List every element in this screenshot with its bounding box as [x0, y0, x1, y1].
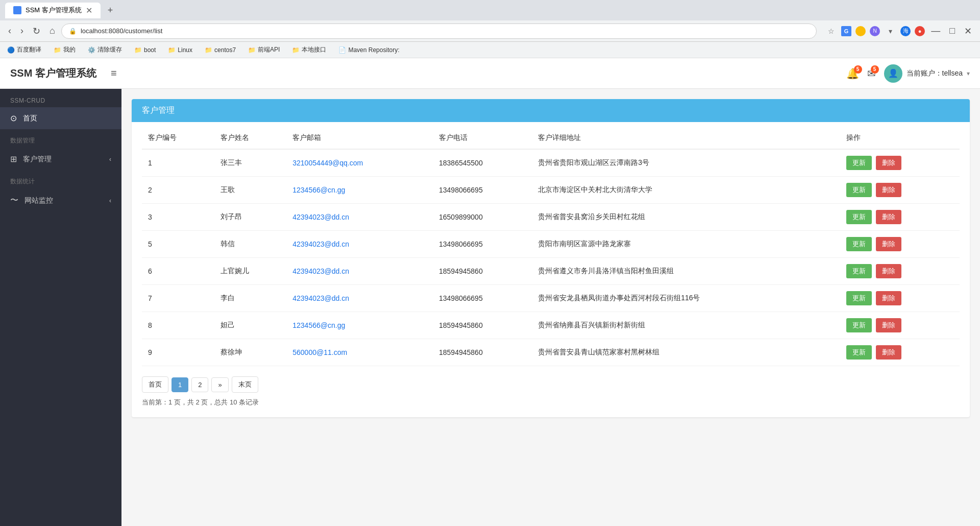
message-button[interactable]: ✉ 5	[867, 67, 876, 80]
email-link[interactable]: 42394023@dd.cn	[292, 294, 349, 302]
page-2-button[interactable]: 2	[191, 377, 208, 392]
delete-button[interactable]: 删除	[876, 291, 901, 305]
email-link[interactable]: 1234566@cn.gg	[292, 186, 345, 194]
table-row: 5 韩信 42394023@dd.cn 13498066695 贵阳市南明区富源…	[142, 231, 960, 258]
google-icon[interactable]: G	[841, 26, 851, 36]
bookmark-local-label: 本地接口	[302, 45, 326, 54]
purple-icon[interactable]: N	[870, 26, 880, 36]
delete-button[interactable]: 删除	[876, 156, 901, 170]
maximize-button[interactable]: □	[946, 23, 958, 38]
update-button[interactable]: 更新	[846, 264, 872, 278]
customer-table: 客户编号 客户姓名 客户邮箱 客户电话 客户详细地址 操作 1 张三丰 3210…	[142, 127, 960, 366]
cell-phone: 16509899000	[433, 204, 532, 231]
forward-button[interactable]: ›	[17, 23, 27, 38]
app-header: SSM 客户管理系统 ≡ 🔔 5 ✉ 5 👤 当前账户：tellsea ▾	[0, 58, 980, 89]
cell-address: 北京市海淀区中关村北大街清华大学	[532, 177, 840, 204]
tab-close-btn[interactable]: ✕	[86, 6, 92, 15]
bookmark-boot[interactable]: 📁 boot	[132, 45, 158, 55]
delete-button[interactable]: 删除	[876, 210, 901, 224]
update-button[interactable]: 更新	[846, 210, 872, 224]
sidebar-item-home[interactable]: ⊙ 首页	[0, 107, 121, 129]
notification-bell-button[interactable]: 🔔 5	[846, 67, 859, 80]
cell-id: 6	[142, 258, 214, 285]
cell-name: 李白	[214, 285, 287, 312]
email-link[interactable]: 3210054449@qq.com	[292, 159, 363, 167]
bookmark-clear-cache[interactable]: ⚙️ 清除缓存	[86, 44, 124, 55]
cell-phone: 18594945860	[433, 258, 532, 285]
cell-id: 7	[142, 285, 214, 312]
update-button[interactable]: 更新	[846, 318, 872, 332]
close-button[interactable]: ✕	[961, 23, 975, 39]
next-arrow-button[interactable]: »	[211, 377, 228, 392]
main-layout: SSM-CRUD ⊙ 首页 数据管理 ⊞ 客户管理 ‹ 数据统计 〜 网站监控 …	[0, 89, 980, 526]
yellow-icon[interactable]	[855, 26, 866, 36]
cell-email: 1234566@cn.gg	[286, 177, 433, 204]
bookmark-baidu[interactable]: 🔵 百度翻译	[5, 44, 43, 55]
card-header: 客户管理	[132, 99, 970, 122]
sidebar-item-monitor[interactable]: 〜 网站监控 ‹	[0, 189, 121, 212]
table-row: 2 王歌 1234566@cn.gg 13498066695 北京市海淀区中关村…	[142, 177, 960, 204]
sidebar-monitor-label: 网站监控	[24, 196, 53, 205]
cell-phone: 18594945860	[433, 339, 532, 366]
reload-button[interactable]: ↻	[30, 23, 43, 39]
address-text: localhost:8080/customer/list	[81, 27, 162, 35]
hamburger-button[interactable]: ≡	[107, 65, 121, 81]
email-link[interactable]: 1234566@cn.gg	[292, 321, 345, 329]
update-button[interactable]: 更新	[846, 183, 872, 197]
bookmark-my[interactable]: 📁 我的	[52, 44, 78, 55]
extensions-icon[interactable]: ▾	[884, 25, 896, 37]
cell-action: 更新 删除	[840, 231, 960, 258]
bookmark-star-icon[interactable]: ☆	[825, 25, 837, 37]
update-button[interactable]: 更新	[846, 237, 872, 251]
cell-email: 42394023@dd.cn	[286, 231, 433, 258]
cell-action: 更新 删除	[840, 285, 960, 312]
email-link[interactable]: 42394023@dd.cn	[292, 267, 349, 275]
minimize-button[interactable]: —	[928, 23, 943, 38]
update-button[interactable]: 更新	[846, 291, 872, 305]
bookmark-frontend-api[interactable]: 📁 前端API	[246, 44, 282, 55]
content-area: 客户管理 客户编号 客户姓名 客户邮箱 客户电话 客户详细地址 操作	[121, 89, 980, 526]
sidebar-customer-label: 客户管理	[23, 155, 52, 164]
bookmark-local-api[interactable]: 📁 本地接口	[290, 44, 328, 55]
delete-button[interactable]: 删除	[876, 318, 901, 332]
monitor-icon: 〜	[10, 195, 18, 206]
update-button[interactable]: 更新	[846, 156, 872, 170]
address-bar[interactable]: 🔒 localhost:8080/customer/list	[61, 23, 817, 39]
page-1-button[interactable]: 1	[172, 377, 188, 392]
browser-tab[interactable]: SSM 客户管理系统 ✕	[5, 3, 101, 18]
browser-nav-bar: ‹ › ↻ ⌂ 🔒 localhost:8080/customer/list ☆…	[0, 20, 980, 42]
user-name-label: 当前账户：tellsea	[906, 69, 963, 78]
bookmark-linux[interactable]: 📁 Linux	[166, 45, 194, 55]
bookmark-my-label: 我的	[63, 45, 76, 54]
red-icon[interactable]: ●	[915, 26, 925, 36]
email-link[interactable]: 42394023@dd.cn	[292, 240, 349, 248]
update-button[interactable]: 更新	[846, 345, 872, 360]
user-info[interactable]: 👤 当前账户：tellsea ▾	[884, 64, 970, 83]
bookmark-cache-label: 清除缓存	[97, 45, 122, 54]
monitor-arrow-icon: ‹	[109, 197, 111, 204]
table-row: 8 妲己 1234566@cn.gg 18594945860 贵州省纳雍县百兴镇…	[142, 312, 960, 339]
user-avatar: 👤	[884, 64, 902, 83]
email-link[interactable]: 42394023@dd.cn	[292, 213, 349, 221]
delete-button[interactable]: 删除	[876, 264, 901, 278]
table-row: 3 刘子昂 42394023@dd.cn 16509899000 贵州省普安县窝…	[142, 204, 960, 231]
sidebar-item-customer[interactable]: ⊞ 客户管理 ‹	[0, 148, 121, 170]
back-button[interactable]: ‹	[5, 23, 14, 38]
customer-arrow-icon: ‹	[109, 156, 111, 163]
cell-id: 8	[142, 312, 214, 339]
bookmark-maven[interactable]: 📄 Maven Repository:	[336, 45, 401, 55]
header-right: 🔔 5 ✉ 5 👤 当前账户：tellsea ▾	[846, 64, 970, 83]
folder-icon-boot: 📁	[134, 46, 142, 54]
home-button[interactable]: ⌂	[46, 23, 58, 38]
first-page-button[interactable]: 首页	[142, 376, 168, 393]
delete-button[interactable]: 删除	[876, 345, 901, 360]
col-id: 客户编号	[142, 127, 214, 149]
delete-button[interactable]: 删除	[876, 183, 901, 197]
email-link[interactable]: 560000@11.com	[292, 348, 347, 356]
new-tab-button[interactable]: +	[104, 3, 117, 18]
blue-icon[interactable]: 海	[900, 26, 911, 36]
delete-button[interactable]: 删除	[876, 237, 901, 251]
bookmark-centos7[interactable]: 📁 centos7	[203, 45, 238, 55]
cell-name: 刘子昂	[214, 204, 287, 231]
last-page-button[interactable]: 末页	[232, 376, 258, 393]
